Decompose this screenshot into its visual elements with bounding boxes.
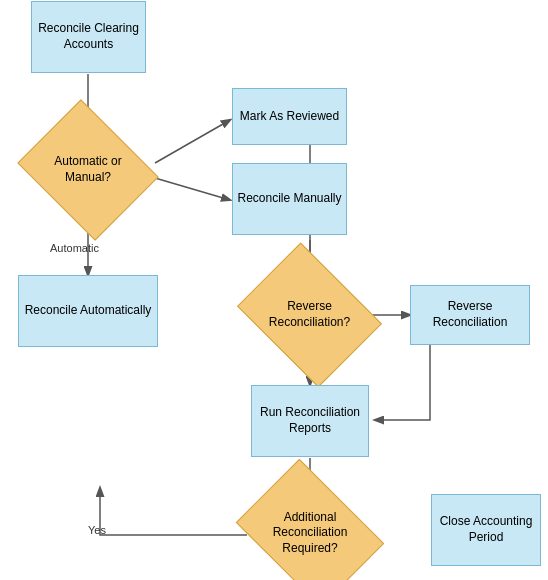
reverse-reconciliation-diamond: Reverse Reconciliation? [237, 243, 382, 388]
reconcile-manually-node: Reconcile Manually [232, 163, 347, 235]
svg-line-2 [155, 120, 230, 163]
reconcile-clearing-accounts-node: Reconcile Clearing Accounts [31, 1, 146, 73]
run-reconciliation-reports-node: Run Reconciliation Reports [251, 385, 369, 457]
flowchart-diagram: Reconcile Clearing Accounts Automatic or… [0, 0, 548, 580]
yes-label: Yes [88, 524, 106, 536]
svg-line-3 [155, 178, 230, 200]
auto-or-manual-diamond: Automatic or Manual? [17, 99, 158, 240]
reconcile-automatically-node: Reconcile Automatically [18, 275, 158, 347]
reverse-reconciliation-box: Reverse Reconciliation [410, 285, 530, 345]
additional-reconciliation-diamond: Additional Reconciliation Required? [236, 459, 384, 580]
close-accounting-period-node: Close Accounting Period [431, 494, 541, 566]
automatic-label: Automatic [50, 242, 99, 254]
mark-as-reviewed-node: Mark As Reviewed [232, 88, 347, 145]
